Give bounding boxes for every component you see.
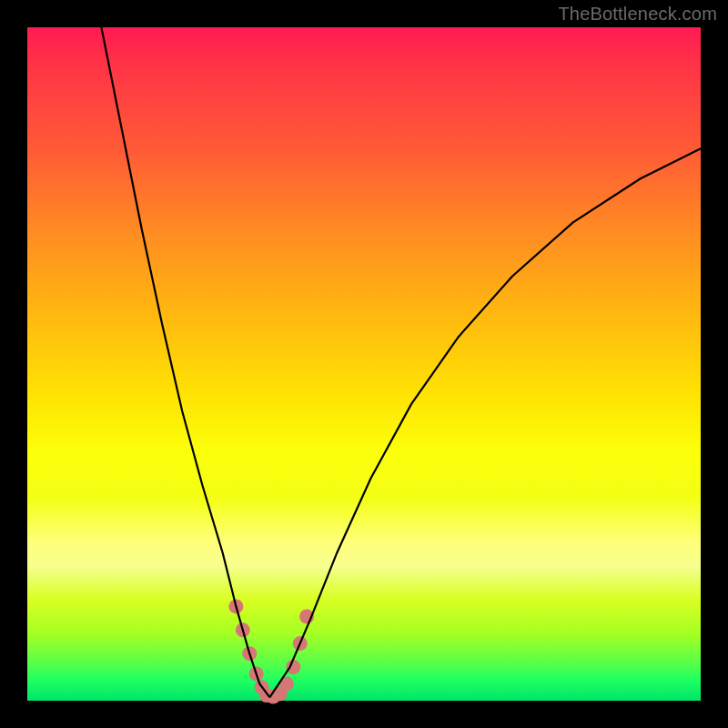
watermark-text: TheBottleneck.com [558,4,717,25]
left-curve [101,27,269,697]
chart-frame: TheBottleneck.com [0,0,728,728]
curve-overlay [27,27,701,701]
marker-layer [228,599,314,703]
right-curve [269,148,701,697]
range-marker [286,660,300,674]
